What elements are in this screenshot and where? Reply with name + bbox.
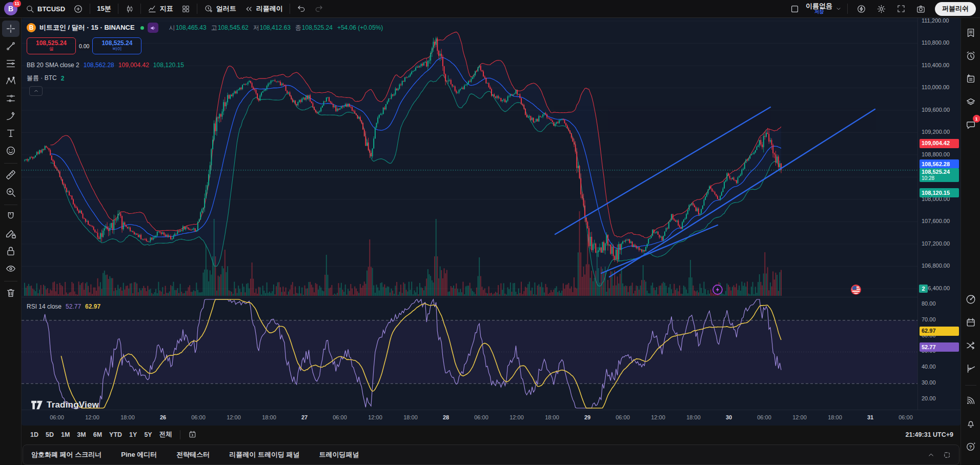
volume-indicator-legend[interactable]: 볼륨 · BTC 2 bbox=[27, 74, 64, 83]
indicators-button[interactable]: 지표 bbox=[144, 2, 177, 15]
replay-button[interactable]: 리플레이 bbox=[240, 2, 287, 15]
bottom-tab[interactable]: 트레이딩패널 bbox=[319, 450, 359, 459]
save-label[interactable]: 저장 bbox=[814, 10, 824, 14]
drawing-tool-emoji[interactable] bbox=[2, 143, 19, 159]
price-axis[interactable]: 111,200.00110,800.00110,400.00110,000.00… bbox=[917, 18, 961, 410]
notifications-bell-icon bbox=[965, 418, 976, 429]
drawing-tool-brush[interactable] bbox=[2, 108, 19, 124]
redo-button[interactable] bbox=[310, 2, 328, 15]
drawing-tool-trash[interactable] bbox=[2, 285, 19, 301]
ideas-horn-icon[interactable] bbox=[148, 23, 158, 33]
sidebar-help[interactable]: ? bbox=[963, 439, 978, 454]
sidebar-chat[interactable]: 1 bbox=[963, 117, 978, 133]
snapshot-button[interactable] bbox=[912, 2, 930, 16]
range-button-5y[interactable]: 5Y bbox=[140, 430, 155, 440]
sidebar-separator bbox=[965, 385, 976, 386]
time-axis-label: 12:00 bbox=[360, 414, 391, 420]
panel-expand-chevron-icon[interactable] bbox=[927, 451, 935, 459]
drawing-tool-long-position[interactable] bbox=[2, 90, 19, 107]
layout-template-button[interactable] bbox=[786, 2, 804, 16]
drawing-tool-zoom-in[interactable] bbox=[2, 184, 19, 200]
publish-button[interactable]: 퍼블리쉬 bbox=[935, 2, 976, 16]
range-button-1m[interactable]: 1M bbox=[57, 430, 73, 440]
buy-button[interactable]: 108,525.24 바이 bbox=[92, 37, 141, 54]
time-axis[interactable]: 06:0012:0018:002606:0012:0018:002706:001… bbox=[22, 410, 961, 426]
price-tag-last: 108,525.2410:28 bbox=[920, 168, 959, 182]
layout-menu-button[interactable] bbox=[834, 4, 843, 14]
goto-date-button[interactable] bbox=[185, 429, 200, 440]
drawing-tool-text[interactable] bbox=[2, 125, 19, 141]
sidebar-watchlist[interactable] bbox=[963, 25, 978, 41]
object-tree-icon bbox=[965, 96, 976, 108]
sidebar-broadcast[interactable] bbox=[963, 393, 978, 408]
interval-button[interactable]: 15분 bbox=[93, 2, 115, 15]
compare-add-button[interactable] bbox=[69, 2, 87, 16]
bottom-tab[interactable]: 암호화폐 페어 스크리너 bbox=[31, 450, 101, 459]
layout-name-block[interactable]: 이름없음 저장 bbox=[806, 3, 832, 14]
toolbar-separator bbox=[140, 4, 141, 14]
symbol-search-button[interactable]: BTCUSD bbox=[22, 3, 69, 15]
time-axis-day-label: 27 bbox=[289, 414, 320, 420]
zoom-in-icon bbox=[5, 187, 16, 198]
chart-container[interactable]: 111,200.00110,800.00110,400.00110,000.00… bbox=[22, 18, 961, 426]
drawing-tool-ruler[interactable] bbox=[2, 167, 19, 183]
sidebar-notifications-bell[interactable] bbox=[963, 416, 978, 431]
sell-button[interactable]: 108,525.24 셀 bbox=[27, 37, 76, 54]
range-button-1d[interactable]: 1D bbox=[27, 430, 42, 440]
range-button-ytd[interactable]: YTD bbox=[106, 430, 126, 440]
sidebar-object-tree[interactable] bbox=[963, 94, 978, 110]
drawing-tool-xabcd-pattern[interactable] bbox=[2, 73, 19, 89]
right-sidebar-bottom-group: ? bbox=[963, 292, 978, 462]
sidebar-alerts-clock[interactable] bbox=[963, 48, 978, 64]
layout-grid-button[interactable] bbox=[177, 3, 194, 15]
drawing-tool-edit-lock[interactable] bbox=[2, 226, 19, 242]
sidebar-trend-angle[interactable] bbox=[963, 361, 978, 376]
range-button-5d[interactable]: 5D bbox=[42, 430, 57, 440]
legend-collapse-button[interactable] bbox=[29, 86, 43, 96]
range-button-3m[interactable]: 3M bbox=[73, 430, 89, 440]
drawing-tool-fib-retracement[interactable] bbox=[2, 55, 19, 72]
drawing-tool-lock[interactable] bbox=[2, 243, 19, 259]
drawing-tool-crosshair[interactable] bbox=[2, 21, 19, 37]
sidebar-economic-calendar[interactable] bbox=[963, 315, 978, 330]
bottom-tab[interactable]: 리플레이 트레이딩 패널 bbox=[229, 450, 299, 459]
bb-indicator-legend[interactable]: BB 20 SMA close 2 108,562.28 109,004.42 … bbox=[27, 62, 184, 69]
panel-restore-icon[interactable] bbox=[943, 451, 951, 459]
bottom-tab[interactable]: Pine 에디터 bbox=[121, 450, 157, 459]
quick-search-button[interactable] bbox=[852, 2, 870, 16]
server-clock[interactable]: 21:49:31 UTC+9 bbox=[906, 431, 955, 438]
rsi-indicator-legend[interactable]: RSI 14 close 52.77 62.97 bbox=[27, 303, 100, 310]
main-price-pane[interactable] bbox=[22, 18, 917, 296]
sidebar-notes-plus[interactable] bbox=[963, 71, 978, 87]
volume-value: 2 bbox=[61, 75, 65, 82]
settings-button[interactable] bbox=[872, 2, 890, 16]
drawing-tool-magnet[interactable] bbox=[2, 208, 19, 225]
symbol-search-label: BTCUSD bbox=[37, 5, 65, 13]
sidebar-shuffle-ideas[interactable] bbox=[963, 338, 978, 353]
tradingview-logo[interactable]: TradingView bbox=[31, 400, 99, 410]
undo-button[interactable] bbox=[293, 2, 310, 15]
replay-rewind-icon bbox=[244, 5, 253, 13]
bottom-tab[interactable]: 전략테스터 bbox=[176, 450, 210, 459]
event-marker-lightning-icon[interactable] bbox=[712, 285, 723, 295]
fullscreen-button[interactable] bbox=[892, 2, 910, 15]
range-button-1y[interactable]: 1Y bbox=[126, 430, 140, 440]
user-avatar[interactable]: B 11 bbox=[4, 2, 17, 15]
chart-style-button[interactable] bbox=[121, 3, 138, 15]
price-axis-tick: 110,800.00 bbox=[922, 39, 949, 46]
range-button-6m[interactable]: 6M bbox=[90, 430, 106, 440]
camera-icon bbox=[916, 4, 926, 14]
rsi-pane[interactable] bbox=[22, 297, 917, 410]
symbol-title[interactable]: 비트코인 / 달러 · 15 · BINANCE bbox=[39, 23, 135, 32]
range-button-전체[interactable]: 전체 bbox=[156, 429, 176, 440]
close-value: 108,525.24 bbox=[302, 24, 333, 31]
time-axis-label: 12:00 bbox=[501, 414, 532, 420]
symbol-legend[interactable]: B 비트코인 / 달러 · 15 · BINANCE 시108,465.43 고… bbox=[27, 23, 383, 33]
alert-button[interactable]: 얼러트 bbox=[200, 2, 240, 15]
drawing-tool-eye[interactable] bbox=[2, 260, 19, 277]
search-icon bbox=[26, 5, 34, 13]
sidebar-screener-radar[interactable] bbox=[963, 292, 978, 307]
drawing-tool-trend-line[interactable] bbox=[2, 38, 19, 54]
bar-countdown: 10:28 bbox=[922, 175, 934, 181]
event-marker-us-flag-icon[interactable] bbox=[851, 285, 861, 295]
